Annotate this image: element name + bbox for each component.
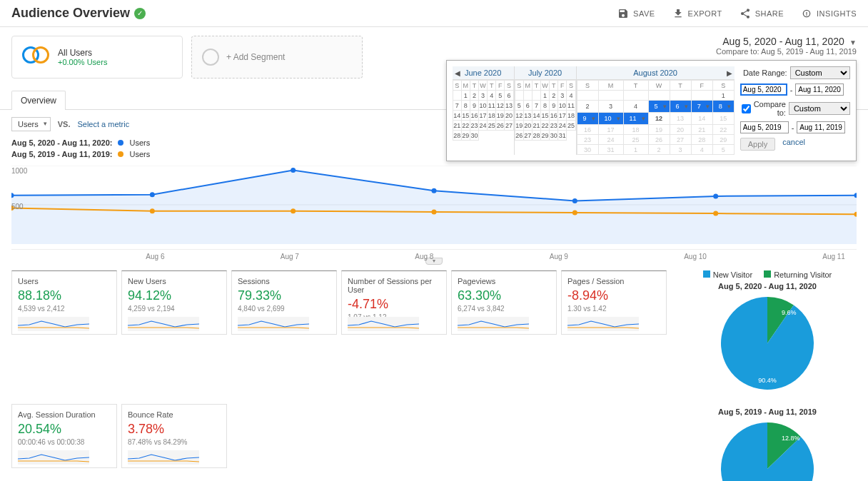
cal-day[interactable]: 20 <box>523 121 532 131</box>
cal-day[interactable]: 10 <box>479 101 488 111</box>
cal-day[interactable]: 30 <box>550 131 558 141</box>
cal-day[interactable]: 22 <box>540 121 549 131</box>
cal-day[interactable]: 3 <box>598 101 623 113</box>
cal-day[interactable]: 24 <box>598 135 623 145</box>
cancel-link[interactable]: cancel <box>782 138 805 151</box>
select-metric-link[interactable]: Select a metric <box>77 120 129 128</box>
share-button[interactable]: SHARE <box>740 8 784 19</box>
cal-day[interactable]: 1 <box>461 91 470 101</box>
add-segment-button[interactable]: + Add Segment <box>191 36 363 79</box>
cal-day[interactable]: 18 <box>623 125 648 135</box>
cal-day[interactable]: 16 <box>470 111 478 121</box>
cal-day[interactable]: 5 <box>515 101 523 111</box>
cal-day[interactable]: 18 <box>567 111 575 121</box>
cal-day[interactable]: 23 <box>577 135 598 145</box>
cal-day[interactable]: 3 <box>479 91 488 101</box>
metric-card[interactable]: Avg. Session Duration20.54%00:00:46 vs 0… <box>11 404 117 468</box>
cal-day[interactable]: 28 <box>453 131 461 141</box>
cal-day[interactable]: 6 <box>505 91 513 101</box>
save-button[interactable]: SAVE <box>617 8 655 19</box>
cal-day[interactable]: 12 <box>496 101 505 111</box>
cal-day[interactable]: 29 <box>461 131 470 141</box>
prev-month[interactable]: ◀ <box>453 69 463 77</box>
cal-day[interactable]: 9 <box>470 101 478 111</box>
compare-end-input[interactable] <box>797 121 845 133</box>
cal-day[interactable]: 14 <box>691 113 712 125</box>
cal-day[interactable]: 27 <box>505 121 513 131</box>
cal-day[interactable]: 11 <box>623 113 648 125</box>
cal-day[interactable]: 28 <box>691 135 712 145</box>
cal-day[interactable]: 15 <box>712 113 734 125</box>
cal-day[interactable]: 9 <box>550 101 558 111</box>
cal-day[interactable]: 23 <box>470 121 478 131</box>
cal-day[interactable]: 26 <box>515 131 523 141</box>
cal-day[interactable]: 4 <box>488 91 496 101</box>
cal-day[interactable]: 18 <box>488 111 496 121</box>
cal-day[interactable]: 13 <box>670 113 691 125</box>
cal-day[interactable]: 24 <box>479 121 488 131</box>
cal-day[interactable]: 19 <box>496 111 505 121</box>
cal-day[interactable]: 6 <box>670 101 691 113</box>
cal-day[interactable]: 15 <box>461 111 470 121</box>
date-range-toggle[interactable]: Aug 5, 2020 - Aug 11, 2020 ▼ <box>716 36 857 47</box>
cal-day[interactable]: 20 <box>670 125 691 135</box>
cal-day[interactable]: 9 <box>577 113 598 125</box>
export-button[interactable]: EXPORT <box>672 8 722 19</box>
cal-day[interactable]: 1 <box>712 91 734 101</box>
cal-day[interactable]: 2 <box>550 91 558 101</box>
cal-day[interactable]: 2 <box>577 101 598 113</box>
compare-to-checkbox[interactable] <box>742 104 751 113</box>
cal-day[interactable]: 12 <box>648 113 670 125</box>
cal-day[interactable]: 26 <box>496 121 505 131</box>
start-date-input[interactable] <box>740 83 787 96</box>
cal-day[interactable]: 31 <box>558 131 567 141</box>
cal-day[interactable]: 19 <box>648 125 670 135</box>
cal-day[interactable]: 14 <box>532 111 540 121</box>
cal-day[interactable]: 2 <box>470 91 478 101</box>
cal-day[interactable]: 30 <box>577 145 598 155</box>
cal-day[interactable]: 22 <box>461 121 470 131</box>
cal-day[interactable]: 10 <box>558 101 567 111</box>
cal-day[interactable]: 22 <box>712 125 734 135</box>
cal-day[interactable]: 20 <box>505 111 513 121</box>
cal-day[interactable]: 16 <box>550 111 558 121</box>
cal-day[interactable]: 8 <box>712 101 734 113</box>
cal-day[interactable]: 28 <box>532 131 540 141</box>
metric-card[interactable]: New Users94.12%4,259 vs 2,194 <box>121 270 227 335</box>
cal-day[interactable]: 29 <box>712 135 734 145</box>
cal-day[interactable]: 25 <box>488 121 496 131</box>
cal-day[interactable]: 14 <box>453 111 461 121</box>
apply-button[interactable]: Apply <box>740 138 776 151</box>
cal-day[interactable]: 12 <box>515 111 523 121</box>
cal-day[interactable]: 25 <box>567 121 575 131</box>
cal-day[interactable]: 21 <box>532 121 540 131</box>
tab-overview[interactable]: Overview <box>11 91 66 110</box>
primary-metric-select[interactable]: Users <box>11 117 51 131</box>
metric-card[interactable]: Users88.18%4,539 vs 2,412 <box>11 270 117 335</box>
cal-day[interactable]: 4 <box>567 91 575 101</box>
cal-day[interactable]: 15 <box>540 111 549 121</box>
metric-card[interactable]: Sessions79.33%4,840 vs 2,699 <box>231 270 337 335</box>
cal-day[interactable]: 17 <box>479 111 488 121</box>
cal-day[interactable]: 26 <box>648 135 670 145</box>
cal-day[interactable]: 17 <box>558 111 567 121</box>
date-range-select[interactable]: Custom <box>790 66 850 79</box>
cal-day[interactable]: 21 <box>691 125 712 135</box>
cal-day[interactable]: 7 <box>532 101 540 111</box>
metric-card[interactable]: Bounce Rate3.78%87.48% vs 84.29% <box>121 404 227 468</box>
next-month[interactable]: ▶ <box>725 69 735 77</box>
cal-day[interactable]: 17 <box>598 125 623 135</box>
compare-start-input[interactable] <box>740 121 789 133</box>
metric-card[interactable]: Pageviews63.30%6,274 vs 3,842 <box>451 270 557 335</box>
cal-day[interactable]: 13 <box>523 111 532 121</box>
insights-button[interactable]: INSIGHTS <box>801 8 857 19</box>
cal-day[interactable]: 4 <box>623 101 648 113</box>
cal-day[interactable]: 7 <box>453 101 461 111</box>
cal-day[interactable]: 5 <box>496 91 505 101</box>
cal-day[interactable]: 8 <box>461 101 470 111</box>
compare-to-select[interactable]: Custom <box>789 102 850 115</box>
cal-day[interactable]: 25 <box>623 135 648 145</box>
cal-day[interactable]: 31 <box>598 145 623 155</box>
cal-day[interactable]: 30 <box>470 131 478 141</box>
metric-card[interactable]: Number of Sessions per User-4.71%1.07 vs… <box>341 270 447 335</box>
